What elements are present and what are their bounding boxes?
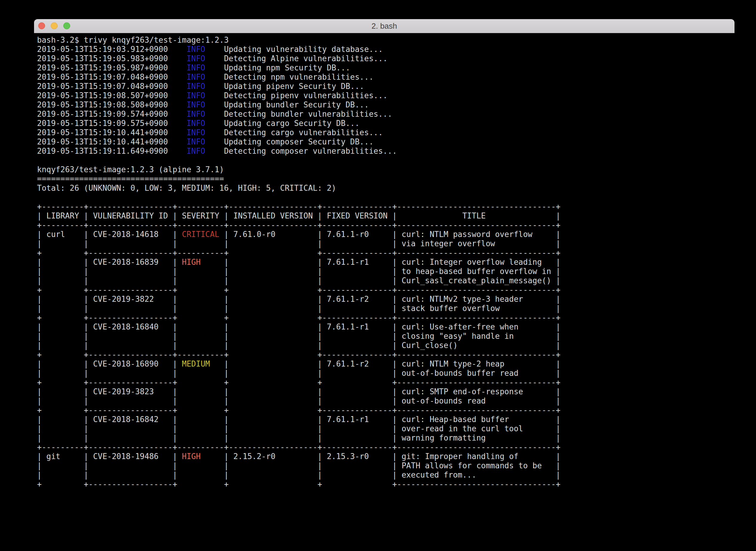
terminal-window: 2. bash bash-3.2$ trivy knqyf263/test-im… (34, 19, 735, 538)
terminal-output[interactable]: bash-3.2$ trivy knqyf263/test-image:1.2.… (34, 33, 735, 489)
window-titlebar[interactable]: 2. bash (34, 19, 735, 33)
window-title: 2. bash (34, 19, 735, 33)
